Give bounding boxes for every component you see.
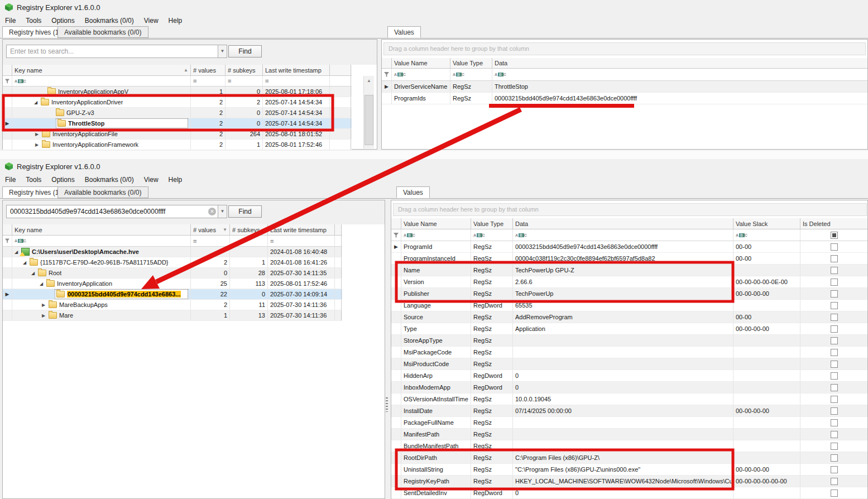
filter-last-write[interactable]: = xyxy=(268,236,335,246)
filter-data[interactable]: ABC xyxy=(492,69,867,80)
col-last-write[interactable]: Last write timestamp xyxy=(268,224,335,235)
splitter-grip[interactable] xyxy=(386,397,388,412)
expander-closed-icon[interactable]: ▶ xyxy=(35,142,42,147)
value-row[interactable]: InstallDateRegSz07/14/2025 00:00:0000-00… xyxy=(391,405,867,417)
tree-row[interactable]: ◢Root 0 28 2025-07-30 14:11:35 xyxy=(3,268,342,279)
value-row[interactable]: TypeRegSzApplication00-00-00-00 xyxy=(391,323,867,335)
menu-bookmarks[interactable]: Bookmarks (0/0) xyxy=(80,175,139,185)
menu-tools[interactable]: Tools xyxy=(21,175,46,185)
tree-row[interactable]: ▶Mare 1 13 2025-07-30 14:11:36 xyxy=(3,310,342,321)
filter-num-values[interactable]: = xyxy=(191,76,226,86)
search-input[interactable] xyxy=(6,45,218,58)
col-value-type[interactable]: Value Type xyxy=(471,218,513,229)
menu-options[interactable]: Options xyxy=(46,16,79,26)
value-row[interactable]: ProgramIds RegSz 00003215bdd405d9e974cdd… xyxy=(382,93,867,104)
filter-is-deleted[interactable] xyxy=(800,229,867,241)
filter-value-type[interactable]: ABC xyxy=(450,69,492,80)
value-row[interactable]: SourceRegSzAddRemoveProgram00-00 xyxy=(391,311,867,323)
value-row[interactable]: UninstallStringRegSz"C:\Program Files (x… xyxy=(391,464,867,476)
filter-value-type[interactable]: ABC xyxy=(471,229,513,241)
expander-closed-icon[interactable]: ▶ xyxy=(35,132,42,137)
scroll-up-button[interactable]: ▲ xyxy=(364,76,374,85)
filter-funnel-icon[interactable] xyxy=(382,69,392,80)
tree-row-hive[interactable]: ◢C:\Users\user\Desktop\Amcache.hve 2024-… xyxy=(3,247,342,257)
clear-search-icon[interactable]: ✕ xyxy=(208,208,216,215)
value-row[interactable]: LanguageRegDword65535 xyxy=(391,300,867,311)
filter-funnel-icon[interactable] xyxy=(3,236,12,246)
col-num-values[interactable]: # values▼ xyxy=(191,224,230,235)
expander-closed-icon[interactable]: ▶ xyxy=(42,313,49,318)
menu-tools[interactable]: Tools xyxy=(21,16,46,26)
menu-view[interactable]: View xyxy=(139,175,164,185)
tree-row[interactable]: ▶InventoryApplicationFramework 2 1 2025-… xyxy=(3,140,352,150)
scrollbar-thumb[interactable] xyxy=(365,95,373,145)
tree-row[interactable]: ◢InventoryApplication 25 113 2025-08-01 … xyxy=(3,279,342,289)
col-last-write[interactable]: Last write timestamp xyxy=(263,65,330,75)
value-row[interactable]: PublisherRegSzTechPowerUp00-00-00-00 xyxy=(391,288,867,300)
value-row[interactable]: ▶ DriverServiceName RegSz ThrottleStop xyxy=(382,81,867,93)
value-row[interactable]: RegistryKeyPathRegSzHKEY_LOCAL_MACHINE\S… xyxy=(391,476,867,487)
value-row[interactable]: PackageFullNameRegSz xyxy=(391,417,867,429)
value-row[interactable]: RootDirPathRegSzC:\Program Files (x86)\G… xyxy=(391,452,867,464)
menu-file[interactable]: File xyxy=(0,175,21,185)
col-is-deleted[interactable]: Is Deleted xyxy=(800,218,867,229)
menu-help[interactable]: Help xyxy=(164,16,188,26)
menu-file[interactable]: File xyxy=(0,16,21,26)
search-dropdown-button[interactable]: ▼ xyxy=(218,45,227,58)
search-dropdown-button[interactable]: ▼ xyxy=(218,205,227,218)
value-row[interactable]: NameRegSzTechPowerUp GPU-Z xyxy=(391,265,867,276)
col-value-slack[interactable]: Value Slack xyxy=(733,218,800,229)
filter-num-subkeys[interactable] xyxy=(230,236,268,246)
value-row[interactable]: InboxModernAppRegDword0 xyxy=(391,382,867,394)
col-num-subkeys[interactable]: # subkeys xyxy=(226,65,263,75)
col-value-name[interactable]: Value Name xyxy=(392,58,450,68)
tree-row-selected[interactable]: ▶ ThrottleStop 2 0 2025-07-14 14:54:34 xyxy=(3,118,352,129)
filter-value-name[interactable]: ABC xyxy=(392,69,450,80)
tree-row[interactable]: ◢InventoryApplicationDriver 2 2 2025-07-… xyxy=(3,97,352,108)
find-button[interactable]: Find xyxy=(228,45,262,57)
tree-row[interactable]: ◢{11517B7C-E79D-4e20-961B-75A811715ADD} … xyxy=(3,257,342,268)
tab-values[interactable]: Values xyxy=(387,26,421,38)
filter-value-slack[interactable]: ABC xyxy=(733,229,800,241)
value-row[interactable]: VersionRegSz2.66.600-00-00-00-0E-00 xyxy=(391,276,867,288)
filter-num-values[interactable]: = xyxy=(191,236,230,246)
col-data[interactable]: Data xyxy=(513,218,733,229)
tree-row[interactable]: InventoryApplicationAppV 1 0 2025-08-01 … xyxy=(3,87,352,97)
expander-closed-icon[interactable]: ▶ xyxy=(42,303,49,308)
col-key-name[interactable]: Key name▲ xyxy=(12,65,191,75)
value-row[interactable]: OSVersionAtInstallTimeRegSz10.0.0.19045 xyxy=(391,394,867,405)
value-row[interactable]: StoreAppTypeRegSz xyxy=(391,335,867,347)
col-value-type[interactable]: Value Type xyxy=(450,58,492,68)
value-row[interactable]: SentDetailedInvRegDword0 xyxy=(391,487,867,499)
tree-row[interactable]: ▶MareBackupApps 2 11 2025-07-30 14:11:36 xyxy=(3,300,342,310)
value-row[interactable]: HiddenArpRegDword0 xyxy=(391,370,867,382)
col-num-subkeys[interactable]: # subkeys xyxy=(230,224,268,235)
tree-row-selected[interactable]: ▶ 00003215bdd405d9e974cdd143e6863... 22 … xyxy=(3,289,342,300)
filter-num-subkeys[interactable]: = xyxy=(226,76,263,86)
menu-help[interactable]: Help xyxy=(164,175,188,185)
filter-key-name[interactable]: ABC xyxy=(12,76,191,86)
tab-available-bookmarks[interactable]: Available bookmarks (0/0) xyxy=(57,26,148,38)
value-row[interactable]: MsiProductCodeRegSz xyxy=(391,358,867,370)
expander-open-icon[interactable]: ◢ xyxy=(31,271,38,276)
menu-bookmarks[interactable]: Bookmarks (0/0) xyxy=(80,16,139,26)
menu-options[interactable]: Options xyxy=(46,175,79,185)
tree-row[interactable]: GPU-Z-v3 2 0 2025-07-14 14:54:34 xyxy=(3,108,352,118)
tree-row[interactable]: ▶InventoryApplicationFile 2 264 2025-08-… xyxy=(3,129,352,140)
col-num-values[interactable]: # values xyxy=(191,65,226,75)
tab-available-bookmarks[interactable]: Available bookmarks (0/0) xyxy=(57,186,148,198)
value-row[interactable]: ManifestPathRegSz xyxy=(391,429,867,440)
value-row[interactable]: ProgramInstanceIdRegSz00004c038f119c2c30… xyxy=(391,253,867,265)
filter-funnel-icon[interactable] xyxy=(391,229,401,241)
filter-data[interactable]: ABC xyxy=(513,229,733,241)
filter-funnel-icon[interactable] xyxy=(3,76,12,86)
filter-key-name[interactable]: ABC xyxy=(12,236,191,246)
col-data[interactable]: Data xyxy=(492,58,867,68)
filter-last-write[interactable]: = xyxy=(263,76,330,86)
col-value-name[interactable]: Value Name xyxy=(401,218,471,229)
find-button[interactable]: Find xyxy=(228,205,262,218)
value-row[interactable]: MsiPackageCodeRegSz xyxy=(391,347,867,358)
value-row[interactable]: ▶ProgramIdRegSz00003215bdd405d9e974cdd14… xyxy=(391,241,867,253)
expander-open-icon[interactable]: ◢ xyxy=(34,100,41,105)
search-input[interactable] xyxy=(6,205,218,218)
